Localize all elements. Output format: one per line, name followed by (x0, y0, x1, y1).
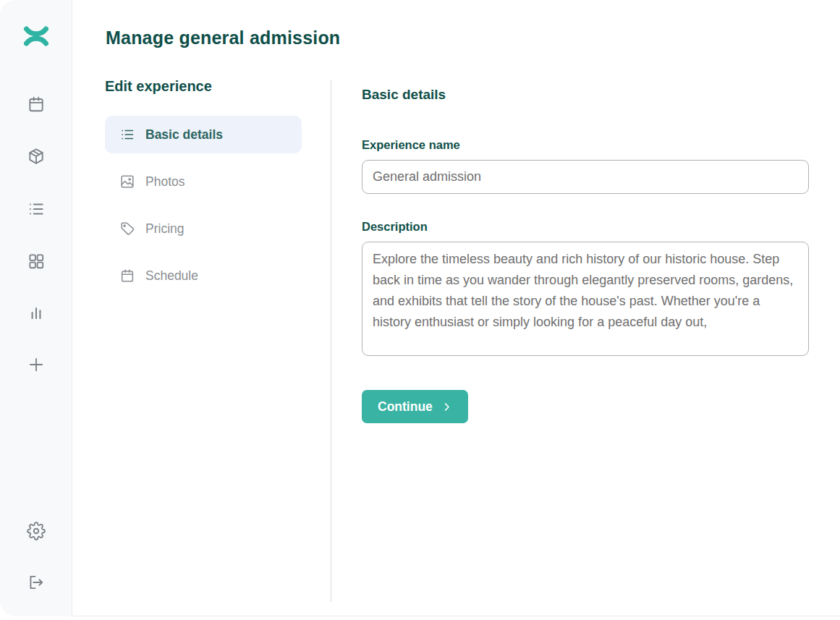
panel-divider (331, 80, 331, 602)
bar-chart-icon[interactable] (27, 304, 46, 323)
edit-experience-nav: Basic details Photos (105, 116, 302, 294)
grid-icon[interactable] (27, 252, 46, 271)
list-icon (119, 127, 135, 143)
plus-icon[interactable] (27, 355, 46, 374)
app-window: Manage general admission Edit experience… (0, 0, 840, 620)
package-icon[interactable] (27, 147, 46, 166)
nav-item-photos[interactable]: Photos (105, 163, 302, 200)
description-textarea[interactable]: Explore the timeless beauty and rich his… (362, 242, 809, 356)
brand-logo[interactable] (23, 26, 49, 46)
chevron-right-icon (441, 402, 452, 412)
calendar-icon (119, 268, 135, 284)
nav-item-label: Photos (145, 174, 184, 190)
nav-item-label: Schedule (145, 268, 198, 284)
nav-item-pricing[interactable]: Pricing (105, 210, 302, 247)
experience-name-input[interactable] (362, 160, 809, 194)
list-icon[interactable] (27, 200, 46, 218)
description-label: Description (362, 220, 809, 234)
basic-details-form: Basic details Experience name Descriptio… (362, 87, 809, 423)
logout-icon[interactable] (27, 573, 46, 592)
edit-experience-heading: Edit experience (105, 78, 302, 95)
continue-button[interactable]: Continue (362, 390, 468, 423)
nav-item-basic-details[interactable]: Basic details (105, 116, 302, 153)
edit-experience-panel: Edit experience Basic details (105, 78, 302, 304)
page-title: Manage general admission (106, 27, 340, 48)
calendar-icon[interactable] (27, 95, 46, 114)
main-content: Manage general admission Edit experience… (73, 0, 840, 616)
image-icon (119, 174, 135, 190)
nav-item-label: Basic details (145, 127, 223, 143)
nav-item-label: Pricing (145, 221, 184, 237)
tag-icon (119, 221, 135, 237)
experience-name-label: Experience name (362, 138, 809, 152)
settings-icon[interactable] (27, 522, 46, 540)
nav-item-schedule[interactable]: Schedule (105, 257, 302, 294)
continue-button-label: Continue (378, 399, 433, 415)
form-heading: Basic details (362, 87, 809, 103)
icon-sidebar (0, 0, 72, 616)
